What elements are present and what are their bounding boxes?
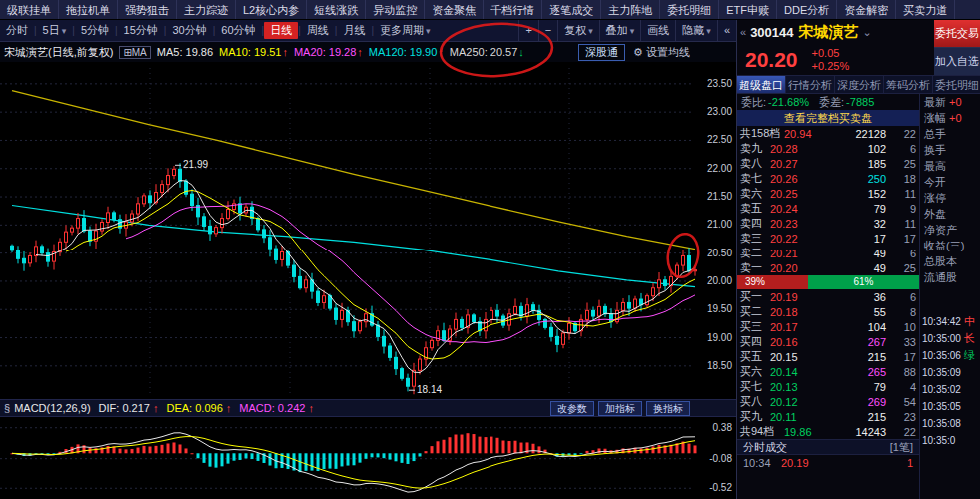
chart-button-深股通[interactable]: 深股通 [578, 44, 625, 61]
menu-item-DDE分析[interactable]: DDE分析 [777, 0, 837, 20]
tab-行情分析[interactable]: 行情分析 [786, 76, 835, 93]
trade-button[interactable]: 委托交易 [934, 20, 980, 47]
ob-level-label: 卖七 [740, 171, 770, 186]
ob-volume: 267 [810, 336, 886, 348]
buy-row: 买二20.18558 [737, 304, 919, 319]
alert-time-row: 10:35:02 [920, 381, 980, 398]
buy-total-row: 共94档19.861424322 [737, 424, 919, 439]
menu-item-拖拉机单[interactable]: 拖拉机单 [59, 0, 118, 20]
toolbar-button-隐藏[interactable]: 隐藏▾ [675, 20, 717, 42]
ob-price: 19.86 [784, 426, 824, 438]
period-tab-更多周期[interactable]: 更多周期▾ [374, 22, 437, 39]
period-tab-月线[interactable]: 月线 [337, 22, 371, 39]
info-row-涨幅: 涨幅+0 [920, 110, 980, 126]
chart-header-buttons: 深股通⚙ 设置均线 [570, 44, 690, 61]
stock-dropdown-icon[interactable]: ⌄ [863, 26, 872, 39]
indicator-button-换指标[interactable]: 换指标 [646, 401, 690, 416]
tab-超级盘口[interactable]: 超级盘口 [737, 76, 786, 93]
period-tab-5分钟[interactable]: 5分钟 [75, 22, 115, 39]
stock-code: 300144 [750, 25, 793, 40]
macd-title[interactable]: MACD(12,26,9) [14, 402, 90, 414]
change-value: +0.05 [812, 47, 850, 60]
order-book: 委比:-21.68%委差:-7885查看完整档买卖盘共158档20.942212… [737, 94, 920, 499]
menu-item-资金解密[interactable]: 资金解密 [837, 0, 896, 20]
collapse-left-icon[interactable]: « [717, 20, 736, 41]
menu-item-买卖力道[interactable]: 买卖力道 [896, 0, 955, 20]
buy-row: 买六20.1426588 [737, 364, 919, 379]
menu-item-强势狙击[interactable]: 强势狙击 [118, 0, 177, 20]
stock-name[interactable]: 宋城演艺 [799, 23, 859, 42]
menu-item-千档行情[interactable]: 千档行情 [484, 0, 542, 20]
ob-price: 20.11 [770, 411, 810, 423]
period-tab-30分钟[interactable]: 30分钟 [166, 22, 212, 39]
menu-item-逐笔成交[interactable]: 逐笔成交 [542, 0, 601, 20]
ob-level-label: 买四 [740, 334, 770, 349]
collapse-panel-icon[interactable]: « [740, 26, 746, 38]
menu-item-ETF申赎[interactable]: ETF申赎 [719, 0, 777, 20]
ob-volume: 79 [810, 381, 886, 393]
macd-header: § MACD(12,26,9) DIF: 0.217 ↑ DEA: 0.096 … [0, 399, 736, 417]
full-depth-link[interactable]: 查看完整档买卖盘 [737, 110, 919, 126]
svg-text:19.50: 19.50 [707, 303, 732, 314]
info-row-总手: 总手 [920, 126, 980, 142]
period-tab-5日[interactable]: 5日▾ [37, 22, 73, 39]
ob-level-label: 买七 [740, 379, 770, 394]
menu-item-级联挂单[interactable]: 级联挂单 [0, 0, 59, 20]
period-tab-60分钟[interactable]: 60分钟 [215, 22, 261, 39]
alert-time-row: 10:34:42中 [920, 313, 980, 330]
menu-item-L2核心内参[interactable]: L2核心内参 [236, 0, 307, 20]
info-value: +0 [949, 112, 962, 124]
info-label: 涨停 [924, 191, 946, 206]
ob-level-label: 卖六 [740, 186, 770, 201]
ob-volume: 49 [810, 248, 886, 259]
period-tab-分时[interactable]: 分时 [0, 22, 34, 39]
add-watchlist-button[interactable]: 加入自选 [934, 47, 980, 75]
weicha-label: 委差: [819, 95, 844, 110]
change-percent: +0.25% [812, 60, 850, 73]
menu-item-主力踪迹[interactable]: 主力踪迹 [177, 0, 236, 20]
buy-row: 买五20.1521517 [737, 349, 919, 364]
toolbar-button-+[interactable]: + [518, 20, 537, 41]
ma-toggle-button[interactable]: ⊞MA [119, 46, 150, 59]
period-tab-周线[interactable]: 周线 [301, 22, 335, 39]
menu-item-短线涨跌[interactable]: 短线涨跌 [307, 0, 366, 20]
tab-委托明细[interactable]: 委托明细 [933, 76, 980, 93]
chart-button-设置均线[interactable]: ⚙ 设置均线 [633, 45, 690, 60]
toolbar-button-−[interactable]: − [538, 20, 557, 41]
period-tab-15分钟[interactable]: 15分钟 [118, 22, 164, 39]
dif-label: DIF: [99, 402, 120, 414]
tick-trades-header[interactable]: 分时成交[1笔] [737, 439, 919, 455]
period-tab-日线[interactable]: 日线 [264, 22, 298, 39]
toolbar-button-叠加[interactable]: 叠加▾ [599, 20, 641, 42]
dropdown-icon: ▾ [630, 26, 635, 36]
macd-chart[interactable]: 0.38-0.08-0.52 [0, 417, 736, 499]
tab-筹码分析[interactable]: 筹码分析 [884, 76, 933, 93]
toolbar-button-复权[interactable]: 复权▾ [557, 20, 599, 42]
svg-text:18.14: 18.14 [417, 384, 442, 395]
menu-item-资金聚焦[interactable]: 资金聚焦 [425, 0, 484, 20]
buy-ratio: 39% [737, 275, 808, 289]
info-label: 外盘 [924, 207, 946, 222]
macd-label: MACD: [239, 402, 274, 414]
alert-times: 10:34:42中10:35:00长10:35:06绿10:35:0910:35… [920, 313, 980, 449]
tab-深度分析[interactable]: 深度分析 [835, 76, 884, 93]
menu-item-异动监控[interactable]: 异动监控 [366, 0, 425, 20]
info-row-收益(三): 收益(三) [920, 238, 980, 253]
ma-text: MA120: 19.90 [369, 46, 438, 58]
svg-text:18.50: 18.50 [707, 360, 732, 371]
macd-settings-icon[interactable]: § [4, 402, 10, 414]
toolbar-button-画线[interactable]: 画线 [640, 20, 675, 41]
menu-item-委托明细[interactable]: 委托明细 [660, 0, 719, 20]
ma-items: MA5: 19.86MA10: 19.51↑MA20: 19.28↑MA120:… [157, 46, 530, 58]
ob-price: 20.28 [770, 143, 810, 155]
indicator-button-加指标[interactable]: 加指标 [598, 401, 642, 416]
buy-row: 买七20.13794 [737, 379, 919, 394]
indicator-button-改参数[interactable]: 改参数 [550, 401, 594, 416]
chart-header: 宋城演艺(日线,前复权) ⊞MA MA5: 19.86MA10: 19.51↑M… [0, 42, 736, 62]
candlestick-chart[interactable]: 23.5023.0022.5022.0021.5021.0020.5020.00… [0, 62, 736, 399]
svg-text:23.00: 23.00 [707, 106, 732, 117]
ma-text: MA20: 19.28 [294, 46, 356, 58]
menu-item-主力阵地[interactable]: 主力阵地 [601, 0, 660, 20]
ob-level-label: 买五 [740, 349, 770, 364]
buy-row: 买九20.1121523 [737, 409, 919, 424]
